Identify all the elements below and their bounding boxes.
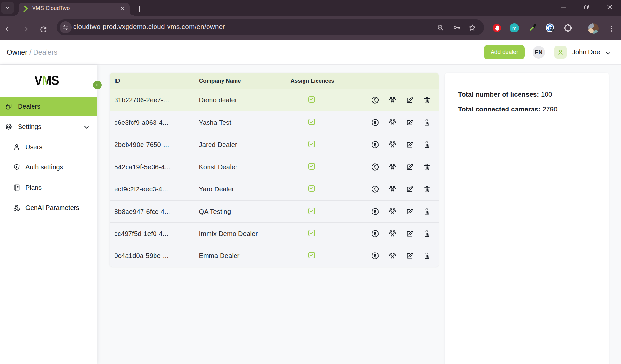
svg-text:m: m xyxy=(512,25,517,31)
